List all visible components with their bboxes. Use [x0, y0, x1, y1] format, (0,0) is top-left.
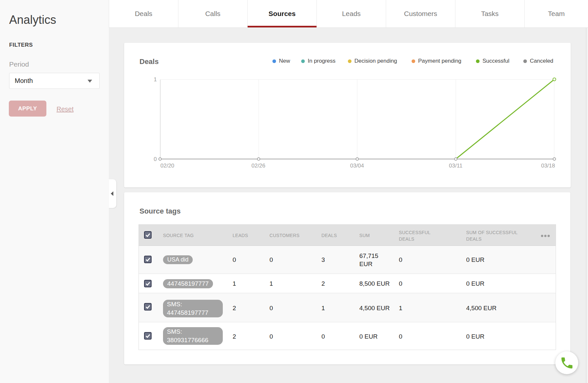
svg-text:03/04: 03/04	[350, 163, 364, 169]
svg-text:03/11: 03/11	[449, 163, 462, 169]
svg-text:0: 0	[154, 156, 157, 162]
svg-text:1: 1	[154, 76, 157, 83]
svg-text:02/20: 02/20	[160, 163, 174, 169]
svg-text:02/26: 02/26	[252, 163, 266, 169]
svg-text:03/18: 03/18	[541, 163, 555, 169]
